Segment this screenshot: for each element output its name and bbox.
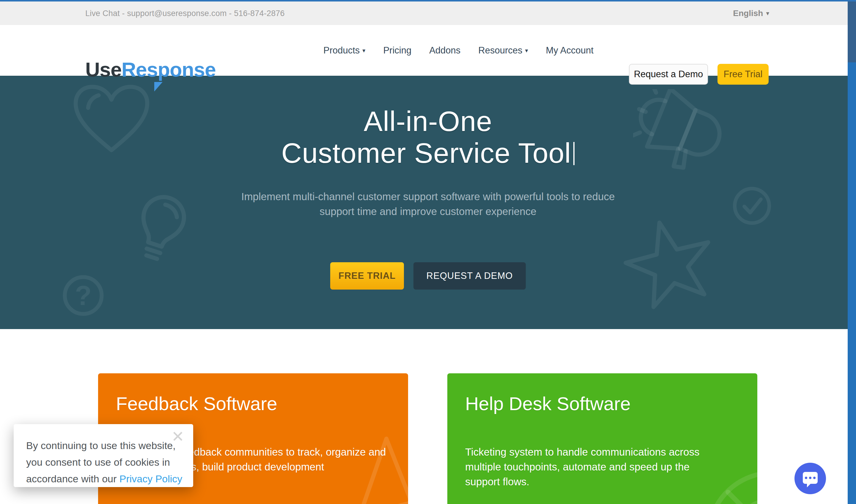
page: Live Chat - support@useresponse.com - 51…: [0, 0, 856, 504]
cookie-banner: By continuing to use this website, you c…: [14, 424, 193, 487]
hero-section: ? All-in-One Customer Service Too: [0, 76, 856, 329]
request-demo-cta[interactable]: REQUEST A DEMO: [414, 262, 526, 290]
chevron-down-icon: ▾: [525, 47, 528, 54]
chat-widget-button[interactable]: [794, 463, 826, 494]
hero-cta-row: FREE TRIAL REQUEST A DEMO: [0, 262, 856, 290]
main-nav: Products ▾ Pricing Addons Resources ▾ My…: [324, 25, 594, 76]
star-icon: [621, 214, 719, 318]
typing-cursor: [573, 142, 575, 165]
scrollbar-thumb[interactable]: [848, 1, 856, 62]
nav-item-resources[interactable]: Resources ▾: [478, 45, 528, 56]
idea-decoration-icon: [342, 436, 408, 504]
topbar: Live Chat - support@useresponse.com - 51…: [0, 1, 856, 25]
language-label: English: [733, 8, 763, 18]
cookie-text: By continuing to use this website, you c…: [26, 437, 182, 487]
lifering-decoration-icon: [698, 463, 757, 504]
language-selector[interactable]: English ▾: [733, 8, 769, 18]
logo-use: Use: [85, 58, 122, 81]
nav-item-my-account[interactable]: My Account: [546, 45, 594, 56]
hero-title-line1: All-in-One: [364, 105, 492, 137]
chat-bubble-icon: [803, 472, 818, 484]
close-icon[interactable]: ✕: [171, 429, 184, 444]
logo-response: Response: [122, 58, 216, 81]
site-header: UseResponse Products ▾ Pricing Addons Re…: [0, 25, 856, 76]
nav-item-pricing[interactable]: Pricing: [383, 45, 412, 56]
check-circle-icon: [731, 185, 773, 227]
request-demo-button[interactable]: Request a Demo: [629, 64, 708, 85]
privacy-policy-link[interactable]: Privacy Policy: [120, 473, 182, 484]
scrollbar[interactable]: [848, 0, 856, 504]
nav-item-products[interactable]: Products ▾: [324, 45, 365, 56]
free-trial-cta[interactable]: FREE TRIAL: [330, 262, 404, 290]
live-chat-contact[interactable]: Live Chat - support@useresponse.com - 51…: [85, 8, 285, 18]
free-trial-button[interactable]: Free Trial: [717, 64, 769, 85]
top-accent-line: [0, 0, 856, 1]
question-mark-icon: ?: [59, 272, 107, 319]
product-cards: Feedback Software Idea banks & feedback …: [98, 373, 757, 504]
megaphone-icon: [633, 89, 731, 181]
helpdesk-software-card[interactable]: Help Desk Software Ticketing system to h…: [447, 373, 757, 504]
nav-item-addons[interactable]: Addons: [429, 45, 460, 56]
logo[interactable]: UseResponse: [85, 59, 216, 79]
logo-bubble-tail-icon: [154, 82, 162, 91]
lightbulb-icon: [125, 190, 196, 264]
heart-icon: [67, 79, 156, 157]
hero-title-line2: Customer Service Tool: [281, 137, 571, 169]
chevron-down-icon: ▾: [766, 10, 769, 17]
card-title: Help Desk Software: [465, 393, 739, 414]
chevron-down-icon: ▾: [362, 47, 365, 54]
svg-text:?: ?: [75, 281, 91, 311]
card-title: Feedback Software: [116, 393, 390, 414]
